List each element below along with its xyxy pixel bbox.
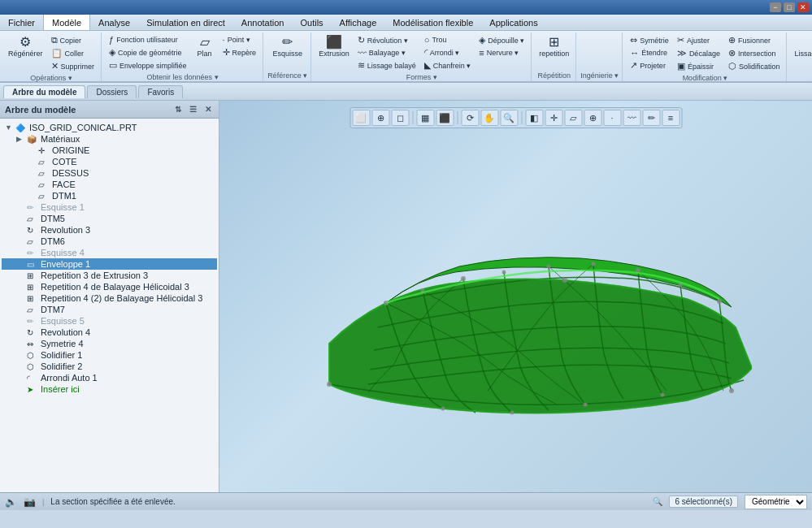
menu-annotation[interactable]: Annotation bbox=[233, 15, 293, 30]
menu-modele[interactable]: Modèle bbox=[43, 15, 90, 30]
btn-repetition[interactable]: ⊞ repetition bbox=[536, 34, 572, 59]
tree-item-dtm6[interactable]: ▱DTM6 bbox=[2, 236, 217, 247]
btn-extrusion[interactable]: ⬛ Extrusion bbox=[315, 34, 353, 59]
tree-item-root[interactable]: ▼🔷ISO_GRID_CONICAL.PRT bbox=[2, 122, 217, 133]
vp-btn-points[interactable]: · bbox=[603, 110, 621, 126]
vp-btn-section[interactable]: ◧ bbox=[525, 110, 543, 126]
btn-solidification[interactable]: ⬡ Solidification bbox=[725, 60, 784, 72]
tree-item-cote[interactable]: ▱COTE bbox=[2, 156, 217, 167]
tree-item-mat[interactable]: ▶📦Matériaux bbox=[2, 133, 217, 145]
tree-item-dtm1[interactable]: ▱DTM1 bbox=[2, 190, 217, 201]
panel-view-btn[interactable]: ☰ bbox=[187, 104, 199, 115]
btn-plan[interactable]: ▱ Plan bbox=[192, 34, 218, 59]
btn-copie-geometrie[interactable]: ◈ Copie de géométrie bbox=[106, 46, 190, 58]
tree-item-rev4[interactable]: ↻Revolution 4 bbox=[2, 327, 217, 338]
btn-lissage[interactable]: ≋ Lissage balayé bbox=[354, 59, 419, 71]
tree-item-rep4[interactable]: ⊞Repetition 4 de Balayage Hélicoidal 3 bbox=[2, 281, 217, 292]
btn-decalage[interactable]: ≫ Décalage bbox=[674, 47, 723, 59]
forms-label[interactable]: Formes ▾ bbox=[406, 71, 437, 81]
tree-item-rev3[interactable]: ↻Revolution 3 bbox=[2, 224, 217, 236]
btn-arrondi[interactable]: ◜ Arrondi ▾ bbox=[421, 46, 475, 58]
tree-item-sol2[interactable]: ⬡Solidifier 2 bbox=[2, 361, 217, 372]
tree-item-esq4[interactable]: ✏Esquisse 4 bbox=[2, 247, 217, 258]
tree-item-sol1[interactable]: ⬡Solidifier 1 bbox=[2, 349, 217, 361]
btn-supprimer[interactable]: ✕ Supprimer bbox=[48, 60, 98, 72]
menu-analyse[interactable]: Analyse bbox=[90, 15, 138, 30]
vp-btn-annotations[interactable]: ≡ bbox=[662, 110, 680, 126]
btn-nervure[interactable]: ≡ Nervure ▾ bbox=[475, 47, 528, 58]
minimize-button[interactable]: − bbox=[770, 2, 781, 12]
panel-close-btn[interactable]: ✕ bbox=[202, 104, 214, 115]
btn-coller[interactable]: 📋 Coller bbox=[48, 47, 98, 59]
btn-balayage[interactable]: 〰 Balayage ▾ bbox=[354, 47, 419, 58]
tree-item-esq5[interactable]: ✏Esquisse 5 bbox=[2, 315, 217, 327]
tree-item-dtm7[interactable]: ▱DTM7 bbox=[2, 304, 217, 315]
vp-btn-spin[interactable]: ⟳ bbox=[461, 110, 479, 126]
tree-item-dessus[interactable]: ▱DESSUS bbox=[2, 167, 217, 179]
btn-projeter[interactable]: ↗ Projeter bbox=[627, 59, 672, 71]
btn-ajuster[interactable]: ✂ Ajuster bbox=[674, 34, 723, 46]
vp-btn-fit[interactable]: ⬜ bbox=[352, 110, 370, 126]
get-data-label[interactable]: Obtenir les données ▾ bbox=[147, 71, 219, 81]
vp-btn-planes[interactable]: ▱ bbox=[564, 110, 582, 126]
btn-depouille[interactable]: ◈ Dépouille ▾ bbox=[475, 34, 528, 46]
menu-affichage[interactable]: Affichage bbox=[332, 15, 385, 30]
btn-trou[interactable]: ○ Trou bbox=[421, 34, 475, 45]
tree-item-arr1[interactable]: ◜Arrondi Auto 1 bbox=[2, 372, 217, 383]
tab-favoris[interactable]: Favoris bbox=[138, 85, 183, 98]
btn-regenerer[interactable]: ⚙ Régénérer bbox=[5, 34, 46, 59]
btn-etendre[interactable]: ↔ Étendre bbox=[627, 47, 672, 58]
btn-fusionner[interactable]: ⊕ Fusionner bbox=[725, 34, 784, 46]
tree-expand-root[interactable]: ▼ bbox=[5, 123, 13, 132]
vp-btn-csys[interactable]: ⊕ bbox=[584, 110, 601, 126]
tree-item-rep4b[interactable]: ⊞Repetition 4 (2) de Balayage Hélicoidal… bbox=[2, 292, 217, 304]
vp-btn-shading[interactable]: ▦ bbox=[416, 110, 434, 126]
tree-item-dtm5[interactable]: ▱DTM5 bbox=[2, 213, 217, 224]
vp-btn-sketch[interactable]: ✏ bbox=[642, 110, 660, 126]
vp-btn-zoom[interactable]: ⊕ bbox=[371, 110, 389, 126]
tree-item-rep3[interactable]: ⊞Repetition 3 de Extrusion 3 bbox=[2, 270, 217, 281]
tree-item-ins[interactable]: ➤Insérer ici bbox=[2, 383, 217, 395]
btn-enveloppe-simplifiee[interactable]: ▭ Enveloppe simplifiée bbox=[106, 59, 190, 71]
tree-item-origin[interactable]: ✛ORIGINE bbox=[2, 145, 217, 156]
vp-btn-curves[interactable]: 〰 bbox=[623, 110, 640, 126]
btn-epaissir[interactable]: ▣ Épaissir bbox=[674, 60, 723, 72]
btn-revolution[interactable]: ↻ Révolution ▾ bbox=[354, 34, 419, 46]
engineering-label[interactable]: Ingénierie ▾ bbox=[580, 70, 619, 80]
close-button[interactable]: ✕ bbox=[797, 2, 809, 12]
repetition-label[interactable]: Répétition bbox=[538, 70, 571, 80]
vp-btn-pan[interactable]: ✋ bbox=[480, 110, 498, 126]
menu-modelisation[interactable]: Modélisation flexible bbox=[384, 15, 481, 30]
btn-esquisse[interactable]: ✏ Esquisse bbox=[269, 34, 306, 59]
btn-fonction-utilisateur[interactable]: ƒ Fonction utilisateur bbox=[106, 34, 190, 45]
geometry-type-select[interactable]: Géométrie Entités Corps Surfaces Courbes… bbox=[745, 495, 807, 509]
btn-symetrie[interactable]: ⇔ Symétrie bbox=[627, 34, 672, 46]
reference-label[interactable]: Référence ▾ bbox=[267, 70, 307, 80]
menu-applications[interactable]: Applications bbox=[481, 15, 545, 30]
vp-btn-wireframe[interactable]: ⬛ bbox=[436, 110, 454, 126]
menu-fichier[interactable]: Fichier bbox=[0, 15, 43, 30]
vp-btn-zoom-scroll[interactable]: 🔍 bbox=[500, 110, 518, 126]
vp-btn-named-views[interactable]: ◻ bbox=[391, 110, 409, 126]
btn-intersection[interactable]: ⊗ Intersection bbox=[725, 47, 784, 59]
tree-item-sym4[interactable]: ⇔Symetrie 4 bbox=[2, 338, 217, 349]
tree-item-esq1[interactable]: ✏Esquisse 1 bbox=[2, 201, 217, 213]
tree-item-face[interactable]: ▱FACE bbox=[2, 179, 217, 190]
btn-lissage-frontiere[interactable]: ◱ Lissage de frontière bbox=[791, 34, 812, 59]
btn-point[interactable]: · Point ▾ bbox=[219, 34, 260, 45]
menu-outils[interactable]: Outils bbox=[292, 15, 331, 30]
vp-btn-axes[interactable]: ✛ bbox=[545, 110, 562, 126]
tree-item-env1[interactable]: ▭Enveloppe 1 bbox=[2, 258, 217, 270]
btn-copier[interactable]: ⧉ Copier bbox=[48, 34, 98, 46]
btn-chanfrein[interactable]: ◣ Chanfrein ▾ bbox=[421, 59, 475, 71]
btn-repere[interactable]: ✛ Repère bbox=[219, 46, 260, 58]
panel-sort-btn[interactable]: ⇅ bbox=[172, 104, 184, 115]
tab-dossiers[interactable]: Dossiers bbox=[87, 85, 137, 98]
menu-simulation[interactable]: Simulation en direct bbox=[138, 15, 233, 30]
viewport[interactable]: ⬜ ⊕ ◻ ▦ ⬛ ⟳ ✋ 🔍 ◧ ✛ ▱ ⊕ · 〰 ✏ ≡ bbox=[219, 101, 812, 492]
maximize-button[interactable]: □ bbox=[784, 2, 795, 12]
modification-label[interactable]: Modification ▾ bbox=[683, 72, 728, 82]
tab-arbre-modele[interactable]: Arbre du modèle bbox=[3, 85, 85, 98]
operations-label[interactable]: Opérations ▾ bbox=[30, 72, 72, 82]
tree-expand-mat[interactable]: ▶ bbox=[16, 135, 24, 143]
